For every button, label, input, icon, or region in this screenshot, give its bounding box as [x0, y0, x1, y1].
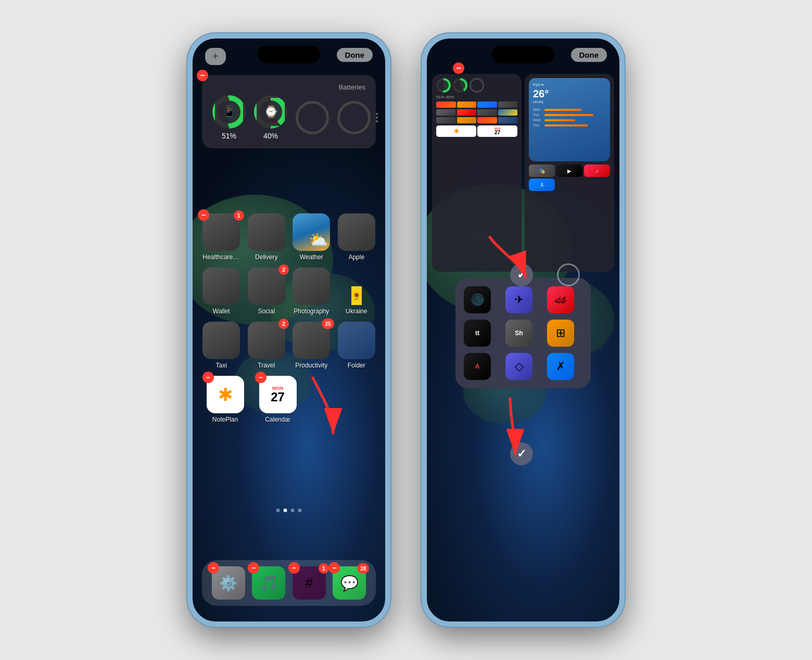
folder-popup-app-1[interactable]: 🌑	[464, 286, 491, 313]
social-badge: 2	[278, 264, 289, 275]
noteplan-remove[interactable]: −	[202, 372, 214, 383]
apple-label: Apple	[348, 253, 364, 261]
folder-popup-app-7[interactable]: A	[464, 353, 491, 380]
page-dots	[276, 509, 302, 512]
watch-icon: ⌚	[264, 105, 278, 119]
folder-popup-app-6[interactable]: ⊞	[547, 320, 574, 347]
watch-battery: ⌚ 40%	[254, 95, 287, 140]
app-calendar[interactable]: MON 27 − Calendar	[255, 376, 301, 423]
battery-more-dots	[376, 113, 378, 122]
app-healthcare[interactable]: 1 − Healthcare&Fit...	[202, 213, 241, 261]
phone-battery: 📱 51%	[212, 95, 246, 140]
dock-messages[interactable]: 💬 28 −	[333, 566, 366, 600]
page-dot-3	[291, 509, 295, 512]
healthcare-badge: 1	[234, 210, 244, 221]
right-dynamic-island	[492, 46, 554, 64]
photography-label: Photography	[294, 308, 329, 315]
add-widget-button[interactable]: +	[205, 48, 226, 65]
folder-popup-app-5[interactable]: Sh	[505, 320, 532, 347]
app-productivity[interactable]: 25 Productivity	[292, 322, 331, 369]
app-delivery[interactable]: Delivery	[247, 213, 286, 261]
calendar-label: Calendar	[265, 416, 290, 423]
travel-badge: 2	[278, 319, 289, 329]
healthcare-remove[interactable]: −	[198, 209, 209, 221]
app-folder-popup: 🌑 ✈ 🏎 tt Sh ⊞ A ◇ ✗	[455, 278, 591, 388]
empty-battery-ring-1	[296, 101, 329, 134]
empty-battery-1	[296, 101, 329, 134]
watch-battery-percent: 40%	[263, 132, 278, 140]
taxi-label: Taxi	[216, 362, 227, 369]
empty-battery-ring-2	[337, 101, 371, 134]
app-folder[interactable]: Folder	[337, 322, 376, 369]
app-taxi[interactable]: Taxi	[202, 322, 241, 369]
ukraine-label: Ukraine	[346, 308, 367, 315]
phone-icon: 📱	[222, 105, 236, 119]
watch-battery-ring: ⌚	[254, 95, 287, 129]
page-dot-2	[284, 509, 287, 512]
batteries-widget: − Batteries 📱 51% ⌚	[202, 75, 376, 148]
calendar-remove[interactable]: −	[255, 372, 267, 383]
app-social[interactable]: 2 Social	[247, 268, 286, 315]
healthcare-label: Healthcare&Fit...	[202, 253, 240, 261]
wallet-label: Wallet	[213, 308, 230, 315]
productivity-label: Productivity	[295, 362, 327, 369]
productivity-badge: 25	[322, 319, 334, 329]
phone-battery-percent: 51%	[222, 132, 236, 140]
dock-spotify[interactable]: 🎵 −	[252, 566, 285, 600]
page-dot-1	[276, 509, 280, 512]
right-phone: Done − 51% 40%	[422, 33, 625, 627]
checkmark-bottom-icon: ✓	[517, 447, 526, 461]
dock-settings[interactable]: ⚙️ −	[212, 566, 245, 600]
folder-popup-app-4[interactable]: tt	[464, 320, 491, 347]
battery-widget-remove[interactable]: −	[197, 70, 208, 81]
app-noteplan[interactable]: ✱ − NotePlan	[202, 376, 248, 423]
dock: ⚙️ − 🎵 − # 1 − 💬	[202, 560, 376, 606]
phone-battery-ring: 📱	[212, 95, 246, 129]
folder-popup-app-9[interactable]: ✗	[547, 353, 574, 380]
slack-remove[interactable]: −	[288, 562, 300, 574]
app-ukraine[interactable]: 🌻 Ukraine	[337, 268, 376, 315]
settings-remove[interactable]: −	[208, 562, 219, 574]
app-apple[interactable]: Apple	[337, 213, 376, 261]
app-photography[interactable]: Photography	[292, 268, 331, 315]
app-travel[interactable]: 2 Travel	[247, 322, 286, 369]
drag-target-top	[557, 263, 580, 286]
slack-badge: 1	[319, 563, 329, 574]
weather-label: Weather	[300, 253, 323, 261]
travel-label: Travel	[258, 362, 275, 369]
checkmark-top[interactable]: ✓	[510, 263, 533, 286]
left-phone: + Done − Batteries 📱 51%	[187, 33, 390, 627]
folder-popup-app-2[interactable]: ✈	[505, 286, 532, 313]
noteplan-label: NotePlan	[212, 416, 238, 423]
social-label: Social	[258, 308, 275, 315]
page-dot-4	[298, 509, 302, 512]
delivery-label: Delivery	[255, 253, 277, 261]
done-button-left[interactable]: Done	[337, 48, 373, 62]
messages-badge: 28	[357, 563, 369, 574]
folder-popup-app-8[interactable]: ◇	[505, 353, 532, 380]
folder-label: Folder	[348, 362, 365, 369]
batteries-title: Batteries	[212, 83, 365, 91]
checkmark-bottom[interactable]: ✓	[510, 442, 533, 465]
dock-slack[interactable]: # 1 −	[293, 566, 326, 600]
empty-battery-2	[337, 101, 371, 134]
folder-popup-app-3[interactable]: 🏎	[547, 286, 574, 313]
right-panel-remove[interactable]: −	[453, 62, 464, 74]
dynamic-island	[258, 46, 320, 64]
app-weather[interactable]: ⛅ Weather	[292, 213, 331, 261]
app-wallet[interactable]: Wallet	[202, 268, 241, 315]
battery-circles: 📱 51% ⌚ 40%	[212, 95, 365, 140]
checkmark-top-icon: ✓	[517, 268, 526, 282]
done-button-right[interactable]: Done	[571, 48, 607, 62]
